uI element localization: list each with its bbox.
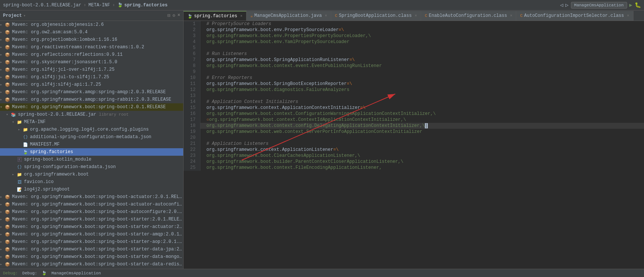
tree-item-spring-boot-starter-amqp[interactable]: ▸📦Maven: org.springframework.boot:spring… <box>0 231 183 238</box>
tree-expand-icon[interactable]: ▸ <box>12 172 16 177</box>
tree-item-spring-boot-starter-data-mongodb[interactable]: ▸📦Maven: org.springframework.boot:spring… <box>0 253 183 261</box>
run-icon[interactable]: ▶ <box>629 2 632 8</box>
tree-expand-icon[interactable]: ▾ <box>0 105 4 109</box>
tree-expand-icon[interactable]: ▸ <box>0 52 4 57</box>
tree-expand-icon[interactable]: ▸ <box>0 217 4 222</box>
tree-item-meta-inf[interactable]: ▾📁META-INF <box>0 118 183 126</box>
tree-expand-icon[interactable]: ▸ <box>0 45 4 49</box>
tree-item-reflections[interactable]: ▸📦Maven: org.reflections:reflections:0.9… <box>0 51 183 58</box>
line-content[interactable] <box>200 135 644 141</box>
project-dropdown-icon[interactable]: ▾ <box>23 13 25 18</box>
tab-SpringBootApplication[interactable]: C SpringBootApplication.class × <box>331 11 421 21</box>
tree-item-spring-boot-actuator[interactable]: ▸📦Maven: org.springframework.boot:spring… <box>0 193 183 201</box>
tree-item-log4j2[interactable]: 📝log4j2.springboot <box>0 186 183 193</box>
settings-icon[interactable]: ⚙ <box>173 13 175 18</box>
tree-item-objenesis[interactable]: ▸📦Maven: org.objenesis:objenesis:2.6 <box>0 21 183 28</box>
tree-item-favicon[interactable]: 🖼favicon.ico <box>0 178 183 186</box>
tree-expand-icon[interactable]: ▸ <box>0 210 4 214</box>
tree-expand-icon[interactable]: ▸ <box>0 247 4 252</box>
tree-expand-icon[interactable]: ▸ <box>0 75 4 79</box>
tree-expand-icon[interactable]: ▸ <box>0 97 4 102</box>
line-content[interactable]: org.springframework.boot.ClearCachesAppl… <box>200 153 644 159</box>
close-sidebar-icon[interactable]: × <box>178 13 180 18</box>
tree-item-spring-rabbit[interactable]: ▸📦Maven: org.springframework.amqp:spring… <box>0 96 183 103</box>
line-content[interactable]: org.springframework.boot.env.PropertiesP… <box>200 33 644 39</box>
tree-item-manifest[interactable]: 📄MANIFEST.MF <box>0 141 183 148</box>
tree-item-spring-config-meta[interactable]: {}spring-configuration-metadata.json <box>0 163 183 171</box>
tree-expand-icon[interactable]: ▸ <box>0 22 4 27</box>
tree-expand-icon[interactable]: ▾ <box>12 120 16 124</box>
line-content[interactable] <box>200 93 644 99</box>
tree-expand-icon[interactable]: ▸ <box>0 255 4 259</box>
tree-item-spring-boot-kotlin[interactable]: 🇰spring-boot.kotlin_module <box>0 156 183 163</box>
line-content[interactable]: ○org.springframework.boot.context.Contex… <box>200 117 644 123</box>
tree-expand-icon[interactable]: ▸ <box>0 195 4 199</box>
tree-item-spring-boot-starter-data-jpa[interactable]: ▸📦Maven: org.springframework.boot:spring… <box>0 246 183 253</box>
tab-spring-factories[interactable]: 🍃 spring.factories × <box>184 11 247 21</box>
tree-item-spring-amqp[interactable]: ▸📦Maven: org.springframework.amqp:spring… <box>0 88 183 96</box>
tree-item-org-springframework-boot[interactable]: ▸📁org.springframework.boot <box>0 171 183 178</box>
tree-item-spring-boot[interactable]: ▾📦Maven: org.springframework.boot:spring… <box>0 103 183 111</box>
line-content[interactable] <box>200 45 644 51</box>
tree-item-lombok[interactable]: ▸📦Maven: org.projectlombok:lombok:1.16.1… <box>0 36 183 43</box>
tree-item-slf4j-api[interactable]: ▸📦Maven: org.slf4j:slf4j-api:1.7.25 <box>0 81 183 88</box>
tab-close-icon[interactable]: × <box>240 14 242 18</box>
line-content[interactable]: org.springframework.boot.env.PropertySou… <box>200 27 644 33</box>
tree-item-spring-boot-starter-data-redis[interactable]: ▸📦Maven: org.springframework.boot:spring… <box>0 261 183 268</box>
tree-expand-icon[interactable]: ▸ <box>0 240 4 244</box>
navigate-forward-icon[interactable]: ▷ <box>565 2 568 8</box>
tree-item-reactivestreams[interactable]: ▸📦Maven: org.reactivestreams:reactive-st… <box>0 43 183 51</box>
tree-item-spring-boot-starter[interactable]: ▸📦Maven: org.springframework.boot:spring… <box>0 216 183 223</box>
tree-expand-icon[interactable]: ▸ <box>0 202 4 207</box>
line-content[interactable]: org.springframework.boot.context.event.E… <box>200 63 644 69</box>
tree-item-log4j-plugins[interactable]: ▸📁org.apache.logging.log4j.core.config.p… <box>0 126 183 133</box>
tree-expand-icon[interactable]: ▸ <box>0 30 4 34</box>
line-content[interactable]: org.springframework.boot.context.config.… <box>200 123 644 129</box>
line-content[interactable]: # Error Reporters <box>200 75 644 81</box>
tab-close-icon[interactable]: × <box>325 14 327 18</box>
tree-item-spring-boot-actuator-auto[interactable]: ▸📦Maven: org.springframework.boot:spring… <box>0 201 183 208</box>
line-content[interactable]: org.springframework.boot.SpringApplicati… <box>200 57 644 63</box>
tree-expand-icon[interactable]: ▸ <box>0 225 4 229</box>
line-content[interactable] <box>200 69 644 75</box>
tab-EnableAutoConfiguration[interactable]: C EnableAutoConfiguration.class × <box>421 11 516 21</box>
line-content[interactable]: org.springframework.boot.context.Configu… <box>200 111 644 117</box>
tab-AutoConfigurationImportSelector[interactable]: C AutoConfigurationImportSelector.class … <box>516 11 633 21</box>
run-config-selector[interactable]: ManageCmsApplication <box>571 2 627 9</box>
navigate-back-icon[interactable]: ◁ <box>560 2 563 8</box>
tree-expand-icon[interactable]: ▸ <box>0 67 4 72</box>
tree-item-spring-factories[interactable]: 🍃spring.factories <box>0 148 183 156</box>
tree-expand-icon[interactable]: ▸ <box>18 127 22 132</box>
tree-item-jcl-over[interactable]: ▸📦Maven: org.slf4j:jcl-over-slf4j:1.7.25 <box>0 66 183 73</box>
debug-icon[interactable]: 🐛 <box>635 2 641 8</box>
line-content[interactable]: # Application Listeners <box>200 141 644 147</box>
tree-item-jsonassert[interactable]: ▸📦Maven: org.skyscreamer:jsonassert:1.5.… <box>0 58 183 66</box>
tree-item-spring-boot-autoconfigure[interactable]: ▸📦Maven: org.springframework.boot:spring… <box>0 208 183 216</box>
tree-expand-icon[interactable]: ▸ <box>0 37 4 42</box>
tree-expand-icon[interactable]: ▾ <box>6 112 10 117</box>
line-content[interactable]: org.springframework.context.ApplicationC… <box>200 105 644 111</box>
line-content[interactable]: # Application Context Initializers <box>200 99 644 105</box>
line-content[interactable]: # Run Listeners <box>200 51 644 57</box>
tree-item-additional-spring[interactable]: {}additional-spring-configuration-metada… <box>0 133 183 141</box>
line-content[interactable]: org.springframework.boot.web.context.Ser… <box>200 129 644 135</box>
tree-expand-icon[interactable]: ▸ <box>0 60 4 64</box>
tree-item-spring-boot-jar[interactable]: ▾📚spring-boot-2.0.1.RELEASE.jar library … <box>0 111 183 118</box>
tab-close-icon[interactable]: × <box>627 14 629 18</box>
line-content[interactable]: # PropertySource Loaders <box>200 21 644 27</box>
line-content[interactable]: org.springframework.boot.builder.ParentC… <box>200 159 644 165</box>
tree-item-ow2asm[interactable]: ▸📦Maven: org.ow2.asm:asm:5.0.4 <box>0 28 183 36</box>
tree-expand-icon[interactable]: ▸ <box>0 82 4 87</box>
line-content[interactable]: org.springframework.boot.SpringBootExcep… <box>200 81 644 87</box>
line-content[interactable]: org.springframework.boot.context.FileEnc… <box>200 165 644 171</box>
line-content[interactable]: org.springframework.boot.diagnostics.Fai… <box>200 87 644 93</box>
tab-close-icon[interactable]: × <box>415 14 417 18</box>
tree-item-jul-to[interactable]: ▸📦Maven: org.slf4j:jul-to-slf4j:1.7.25 <box>0 73 183 81</box>
tree-expand-icon[interactable]: ▸ <box>0 232 4 237</box>
collapse-all-icon[interactable]: ⊟ <box>167 13 170 18</box>
tab-ManageCmsApplication[interactable]: ☕ ManageCmsApplication.java × <box>247 11 331 21</box>
tree-expand-icon[interactable]: ▸ <box>0 262 4 267</box>
tree-expand-icon[interactable]: ▸ <box>0 90 4 94</box>
line-content[interactable]: org.springframework.context.ApplicationL… <box>200 147 644 153</box>
tab-close-icon[interactable]: × <box>510 14 512 18</box>
